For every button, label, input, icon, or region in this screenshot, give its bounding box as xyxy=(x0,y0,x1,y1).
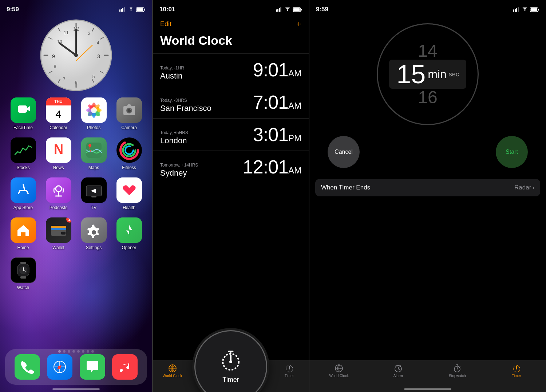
picker-sec-label: sec xyxy=(449,71,459,77)
world-clock-screen: 10:01 xyxy=(153,0,309,392)
svg-rect-67 xyxy=(20,262,26,264)
clock-widget[interactable]: 12 3 6 9 2 4 5 7 8 10 11 xyxy=(40,19,112,92)
app-stocks-label: Stocks xyxy=(16,165,29,170)
start-button[interactable]: Start xyxy=(496,136,528,168)
sf-time: 7:01AM xyxy=(253,91,301,113)
status-time-2: 10:01 xyxy=(159,6,175,13)
svg-point-56 xyxy=(56,186,62,192)
add-button[interactable]: + xyxy=(296,19,301,29)
svg-rect-5 xyxy=(137,8,143,11)
app-news[interactable]: N News xyxy=(43,137,74,170)
home-indicator-1 xyxy=(52,388,100,390)
dock-messages[interactable] xyxy=(80,354,105,380)
sf-time-value: 7:01 xyxy=(253,92,288,113)
tab-worldclock-2[interactable]: World Clock xyxy=(153,364,192,378)
svg-point-124 xyxy=(516,368,517,369)
app-health[interactable]: Health xyxy=(113,177,145,210)
austin-ampm: AM xyxy=(288,68,301,78)
svg-rect-78 xyxy=(277,9,278,12)
picker-wheel[interactable]: 14 15 min sec 16 xyxy=(377,23,479,125)
dock-safari[interactable] xyxy=(47,354,72,380)
dock-phone[interactable] xyxy=(15,354,40,380)
svg-rect-1 xyxy=(121,9,122,12)
app-camera-label: Camera xyxy=(121,125,137,130)
edit-button[interactable]: Edit xyxy=(160,20,171,28)
sydney-diff: Tomorrow, +14HRS xyxy=(160,163,198,168)
wc-entry-sanfrancisco: Today, -3HRS San Francisco 7:01AM xyxy=(153,86,309,118)
tab-worldclock-3[interactable]: World Clock xyxy=(309,364,369,378)
dock-music[interactable] xyxy=(112,354,138,380)
app-tv[interactable]: TV xyxy=(78,177,110,210)
app-wallet[interactable]: 1 Wallet xyxy=(43,217,74,250)
picker-below: 16 xyxy=(418,89,437,106)
london-ampm: PM xyxy=(288,133,301,143)
tab-alarm-3[interactable]: Alarm xyxy=(369,364,428,378)
status-icons-1 xyxy=(119,7,146,12)
app-fitness-label: Fitness xyxy=(122,165,136,170)
app-maps[interactable]: Maps xyxy=(78,137,110,170)
picker-selected: 15 min sec xyxy=(389,60,466,89)
svg-rect-65 xyxy=(61,232,66,235)
home-indicator-3 xyxy=(404,388,451,390)
svg-text:4: 4 xyxy=(97,40,99,45)
tab-timer-3[interactable]: Timer xyxy=(487,364,546,378)
tab-timer-2[interactable]: Timer xyxy=(270,364,309,378)
wc-nav: Edit + xyxy=(153,16,309,33)
picker-area[interactable]: 14 15 min sec 16 xyxy=(309,23,546,125)
svg-text:11: 11 xyxy=(64,30,69,35)
app-maps-label: Maps xyxy=(88,165,99,170)
tab-stopwatch-label-3: Stopwatch xyxy=(449,374,466,378)
austin-time-value: 9:01 xyxy=(253,59,288,80)
signal-icon-3 xyxy=(513,7,520,12)
tab-stopwatch-3[interactable]: Stopwatch xyxy=(428,364,487,378)
svg-text:2: 2 xyxy=(88,31,91,36)
svg-text:6: 6 xyxy=(75,80,78,85)
london-diff: Today, +5HRS xyxy=(160,130,188,135)
timer-zoom-circle[interactable]: Timer xyxy=(194,330,267,392)
app-wallet-label: Wallet xyxy=(52,245,64,250)
chevron-right-icon: › xyxy=(533,185,534,191)
svg-line-122 xyxy=(459,367,460,367)
london-time-value: 3:01 xyxy=(253,124,288,145)
app-opener[interactable]: Opener xyxy=(113,217,145,250)
sydney-time-value: 12:01 xyxy=(243,156,288,177)
svg-text:8: 8 xyxy=(54,64,56,69)
svg-point-66 xyxy=(92,230,96,235)
london-city: London xyxy=(160,136,188,145)
london-time: 3:01PM xyxy=(253,124,301,145)
svg-rect-106 xyxy=(518,7,519,12)
status-bar-2: 10:01 xyxy=(153,0,309,16)
svg-text:N: N xyxy=(54,142,63,157)
app-fitness[interactable]: Fitness xyxy=(113,137,145,170)
svg-point-34 xyxy=(74,53,78,57)
timer-sound-name: Radar xyxy=(514,184,531,191)
svg-point-73 xyxy=(23,270,24,271)
app-health-label: Health xyxy=(123,205,135,210)
app-podcasts[interactable]: Podcasts xyxy=(43,177,74,210)
svg-rect-6 xyxy=(145,9,146,11)
sf-city: San Francisco xyxy=(160,104,211,113)
app-camera[interactable]: Camera xyxy=(113,97,145,130)
app-settings[interactable]: Settings xyxy=(78,217,110,250)
wifi-icon-3 xyxy=(522,7,528,12)
svg-line-115 xyxy=(398,369,399,369)
status-bar-3: 9:59 xyxy=(309,0,546,16)
app-settings-label: Settings xyxy=(86,245,102,250)
timer-zoom-label: Timer xyxy=(222,376,239,384)
svg-text:5: 5 xyxy=(92,74,95,79)
app-photos[interactable]: Photos xyxy=(78,97,110,130)
when-timer-ends-row[interactable]: When Timer Ends Radar › xyxy=(315,179,540,196)
app-facetime[interactable]: FaceTime xyxy=(7,97,39,130)
app-stocks[interactable]: Stocks xyxy=(7,137,39,170)
app-watch[interactable]: Watch xyxy=(7,257,39,290)
battery-icon xyxy=(136,7,146,12)
app-appstore[interactable]: App Store xyxy=(7,177,39,210)
app-calendar[interactable]: THU 4 Calendar xyxy=(43,97,74,130)
when-timer-ends-label: When Timer Ends xyxy=(321,184,370,191)
svg-rect-103 xyxy=(513,9,514,12)
svg-point-52 xyxy=(88,144,91,147)
picker-above: 14 xyxy=(418,42,437,60)
app-home[interactable]: Home xyxy=(7,217,39,250)
status-icons-2 xyxy=(276,7,302,12)
cancel-button[interactable]: Cancel xyxy=(328,136,360,168)
